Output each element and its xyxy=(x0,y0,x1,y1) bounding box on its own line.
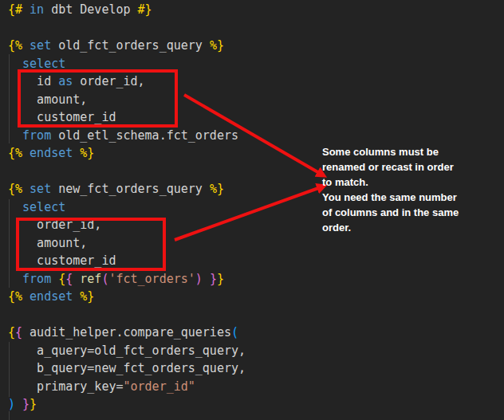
code-token: 'fct_orders' xyxy=(108,272,195,286)
code-token: a_query=old_fct_orders_query, xyxy=(8,343,246,358)
indent-guide xyxy=(9,342,10,397)
code-token xyxy=(22,38,30,53)
code-token: in xyxy=(30,2,44,17)
code-token: new_fct_orders_query xyxy=(51,182,210,196)
code-token: {% xyxy=(8,182,22,196)
code-token xyxy=(22,182,30,196)
code-token: { xyxy=(8,325,15,340)
code-line[interactable]: {% set old_fct_orders_query %} xyxy=(8,37,504,55)
code-token: %} xyxy=(80,289,94,304)
code-token: {% xyxy=(8,146,22,160)
annotation-note: Some columns must be renamed or recast i… xyxy=(322,144,498,235)
code-line[interactable]: from old_etl_schema.fct_orders xyxy=(8,127,504,145)
note-line: renamed or recast in order xyxy=(322,159,498,175)
code-token: select xyxy=(22,57,65,71)
code-token: select xyxy=(22,200,65,214)
code-token xyxy=(15,397,22,411)
code-token: } xyxy=(30,397,37,411)
code-token: ) xyxy=(195,272,203,286)
code-token: "order_id" xyxy=(124,379,195,394)
highlight-box-new-columns xyxy=(16,218,166,271)
code-token: from xyxy=(22,128,51,143)
code-token: from xyxy=(22,272,51,286)
indent-guide xyxy=(9,199,10,288)
code-token xyxy=(8,128,22,143)
code-token: } xyxy=(217,272,224,286)
code-line[interactable]: from {{ ref('fct_orders') }} xyxy=(8,270,504,289)
code-token xyxy=(22,146,30,160)
code-token xyxy=(22,2,30,17)
code-token: } xyxy=(210,272,217,286)
indent-guide xyxy=(9,54,10,143)
code-token: set xyxy=(30,182,51,196)
code-line[interactable]: primary_key="order_id" xyxy=(8,378,504,396)
code-line[interactable]: {% endset %} xyxy=(8,288,504,306)
code-token xyxy=(22,289,30,304)
code-token: endset xyxy=(30,289,73,304)
note-line: to match. xyxy=(322,175,498,190)
code-token xyxy=(73,146,80,160)
code-token: {# xyxy=(8,2,22,17)
code-token: {% xyxy=(8,38,22,53)
code-line[interactable] xyxy=(8,19,504,37)
code-token: ( xyxy=(231,325,238,340)
code-token: old_etl_schema.fct_orders xyxy=(51,128,238,143)
code-line[interactable]: ) }} xyxy=(8,395,504,414)
code-editor: {# in dbt Develop #} {% set old_fct_orde… xyxy=(0,0,504,420)
code-line[interactable]: {# in dbt Develop #} xyxy=(8,1,504,19)
code-token: %} xyxy=(210,38,224,53)
code-token: {% xyxy=(8,289,22,304)
code-token: { xyxy=(65,272,73,286)
indent-guide xyxy=(9,411,10,420)
code-token xyxy=(73,272,80,286)
code-token xyxy=(8,272,22,286)
code-token: { xyxy=(15,325,22,340)
code-token: audit_helper.compare_queries xyxy=(22,325,231,340)
code-token xyxy=(51,272,58,286)
code-token: %} xyxy=(80,146,94,160)
code-token xyxy=(203,272,210,286)
code-token: { xyxy=(58,272,65,286)
code-token: endset xyxy=(30,146,73,160)
code-token: %} xyxy=(210,182,224,196)
note-line: of columns and in the same xyxy=(322,205,498,220)
code-token: } xyxy=(22,397,30,411)
code-line[interactable]: b_query=new_fct_orders_query, xyxy=(8,359,504,378)
code-token: ref xyxy=(80,272,101,286)
code-token xyxy=(8,200,22,214)
code-line[interactable]: {{ audit_helper.compare_queries( xyxy=(8,324,504,342)
code-line[interactable] xyxy=(8,306,504,324)
code-line[interactable]: a_query=old_fct_orders_query, xyxy=(8,342,504,360)
code-token: ) xyxy=(8,397,15,411)
code-token: old_fct_orders_query xyxy=(51,38,210,53)
code-token xyxy=(73,289,80,304)
note-line: order. xyxy=(322,220,498,235)
code-token: b_query=new_fct_orders_query, xyxy=(8,361,246,375)
note-line: Some columns must be xyxy=(322,144,498,159)
code-token: dbt Develop xyxy=(44,2,137,17)
code-token: set xyxy=(30,38,51,53)
code-token: #} xyxy=(138,2,152,17)
note-line: You need the same number xyxy=(322,190,498,205)
code-token: primary_key= xyxy=(8,379,124,394)
highlight-box-old-columns xyxy=(18,69,178,128)
code-token xyxy=(8,57,22,71)
